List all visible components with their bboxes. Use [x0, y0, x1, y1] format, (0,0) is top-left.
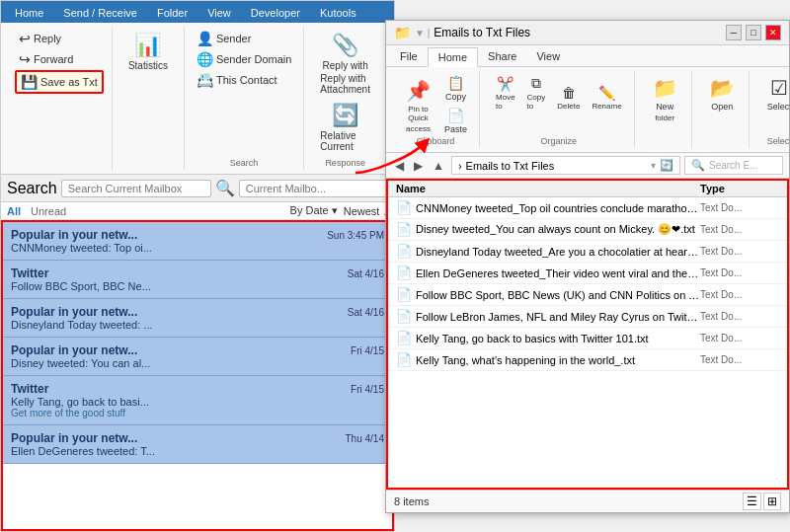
rename-button[interactable]: ✏️ Rename: [588, 83, 625, 113]
tab-folder[interactable]: Folder: [147, 3, 198, 23]
status-bar: 8 items ☰ ⊞: [386, 490, 789, 512]
reply-button[interactable]: ↩ Reply: [15, 29, 104, 48]
refresh-button[interactable]: 🔄: [660, 159, 673, 172]
sender-button[interactable]: 👤 Sender: [193, 29, 295, 48]
file-item[interactable]: 📄 Disneyland Today tweeted_Are you a cho…: [388, 241, 787, 263]
email-preview: Get more of the good stuff: [11, 408, 384, 418]
email-date: Thu 4/14: [346, 433, 384, 444]
rename-icon: ✏️: [598, 85, 615, 101]
file-type: Text Do...: [700, 354, 779, 365]
reply-attachment-icon: 📎: [332, 33, 358, 58]
sender-icon: 👤: [197, 31, 213, 46]
file-item[interactable]: 📄 Disney tweeted_You can always count on…: [388, 219, 787, 241]
copy-button[interactable]: 📋 Copy: [440, 73, 471, 104]
email-item[interactable]: Popular in your netw... Sun 3:45 PM CNNM…: [3, 222, 392, 261]
email-date: Sat 4/16: [348, 268, 384, 279]
email-item[interactable]: Popular in your netw... Thu 4/14 Ellen D…: [3, 425, 392, 464]
exp-tab-share[interactable]: Share: [478, 47, 526, 66]
paste-icon: 📄: [447, 108, 464, 123]
filter-all[interactable]: All: [7, 205, 21, 217]
copy-to-button[interactable]: ⧉ Copy to: [523, 73, 550, 113]
up-button[interactable]: ▲: [430, 158, 447, 174]
file-name: Follow LeBron James, NFL and Miley Ray C…: [416, 311, 700, 323]
relative-icon: 🔄: [332, 103, 358, 128]
view-buttons: ☰ ⊞: [743, 493, 781, 510]
filter-by-date[interactable]: By Date ▾: [290, 204, 338, 217]
tab-developer[interactable]: Developer: [241, 3, 310, 23]
email-subject: Follow BBC Sport, BBC Ne...: [11, 280, 384, 292]
email-item[interactable]: Twitter Sat 4/16 Follow BBC Sport, BBC N…: [3, 261, 392, 299]
email-date: Sat 4/16: [348, 307, 384, 318]
email-item[interactable]: Popular in your netw... Fri 4/15 Disney …: [3, 338, 392, 376]
filter-newest[interactable]: Newest ↓: [344, 205, 388, 217]
file-item[interactable]: 📄 Follow LeBron James, NFL and Miley Ray…: [388, 306, 787, 328]
email-sender: Popular in your netw...: [11, 343, 137, 357]
forward-button[interactable]: ↪ Forward: [15, 49, 104, 69]
explorer-ribbon: File Home Share View 📌 Pin to Quick acce…: [386, 45, 789, 153]
exp-tab-view[interactable]: View: [526, 47, 570, 66]
file-type: Text Do...: [700, 289, 779, 300]
email-item[interactable]: Popular in your netw... Sat 4/16 Disneyl…: [3, 299, 392, 338]
email-sender: Twitter: [11, 266, 48, 280]
paste-button[interactable]: 📄 Paste: [440, 106, 471, 136]
tab-view[interactable]: View: [198, 3, 241, 23]
file-item[interactable]: 📄 CNNMoney tweeted_Top oil countries con…: [388, 197, 787, 219]
organize-buttons: ✂️ Move to ⧉ Copy to 🗑 Delete ✏️ Rename: [492, 73, 626, 113]
email-item[interactable]: Twitter Fri 4/15 Kelly Tang, go back to …: [3, 376, 392, 425]
outlook-panel: Home Send / Receive Folder View Develope…: [0, 0, 395, 532]
search-bar: Search 🔍: [1, 175, 394, 202]
file-icon: 📄: [396, 222, 412, 237]
file-item[interactable]: 📄 Follow BBC Sport, BBC News (UK) and CN…: [388, 284, 787, 306]
file-item[interactable]: 📄 Ellen DeGeneres tweeted_Their video we…: [388, 263, 787, 284]
move-to-button[interactable]: ✂️ Move to: [492, 74, 519, 113]
file-icon: 📄: [396, 266, 412, 280]
tab-home[interactable]: Home: [5, 3, 53, 23]
new-folder-button[interactable]: 📁 New folder: [647, 73, 683, 125]
file-type: Text Do...: [700, 202, 779, 213]
tiles-view-button[interactable]: ⊞: [763, 493, 781, 510]
exp-tab-home[interactable]: Home: [428, 47, 478, 67]
details-view-button[interactable]: ☰: [743, 493, 761, 510]
delete-icon: 🗑: [562, 85, 576, 101]
copy-to-icon: ⧉: [531, 75, 541, 92]
exp-tab-file[interactable]: File: [390, 47, 428, 66]
save-as-txt-button[interactable]: 💾 Save as Txt: [15, 70, 104, 94]
search-icon[interactable]: 🔍: [215, 179, 235, 197]
filter-unread[interactable]: Unread: [31, 205, 66, 217]
file-item[interactable]: 📄 Kelly Tang, what's happening in the wo…: [388, 349, 787, 371]
tab-send-receive[interactable]: Send / Receive: [53, 3, 147, 23]
file-name: Kelly Tang, what's happening in the worl…: [416, 354, 700, 366]
email-sender: Popular in your netw...: [11, 305, 137, 319]
minimize-button[interactable]: ─: [726, 25, 742, 40]
window-controls: ─ □ ✕: [726, 25, 781, 40]
sender-domain-button[interactable]: 🌐 Sender Domain: [193, 49, 295, 69]
file-item[interactable]: 📄 Kelly Tang, go back to basics with Twi…: [388, 328, 787, 349]
search-box-placeholder: Search E...: [709, 160, 757, 171]
email-date: Fri 4/15: [351, 345, 384, 356]
statistics-button[interactable]: 📊 Statistics: [120, 29, 176, 75]
open-button[interactable]: 📂 Open: [704, 73, 741, 114]
new-group: 📁 New folder: [639, 71, 692, 148]
file-icon: 📄: [396, 287, 412, 302]
maximize-button[interactable]: □: [746, 25, 761, 40]
file-type: Text Do...: [700, 333, 779, 343]
explorer-ribbon-content: 📌 Pin to Quick access 📋 Copy 📄 Paste: [386, 67, 789, 152]
file-name: Disneyland Today tweeted_Are you a choco…: [416, 246, 700, 258]
search-input-2[interactable]: [239, 180, 389, 197]
address-path[interactable]: › Emails to Txt Files ▾ 🔄: [451, 156, 680, 175]
select-button[interactable]: ☑ Select: [761, 73, 790, 114]
path-text: Emails to Txt Files: [466, 160, 555, 172]
this-contact-button[interactable]: 📇 This Contact: [193, 70, 295, 90]
file-name: Follow BBC Sport, BBC News (UK) and CNN …: [416, 289, 700, 301]
tab-kutools[interactable]: Kutools: [310, 3, 366, 23]
close-button[interactable]: ✕: [765, 25, 781, 40]
select-group: ☑ Select Select: [753, 71, 790, 148]
search-box[interactable]: 🔍 Search E...: [684, 156, 783, 175]
reply-attachment-button[interactable]: 📎 Reply with Reply with Attachment: [312, 29, 378, 99]
search-input[interactable]: [61, 180, 211, 197]
pin-quick-access-button[interactable]: 📌 Pin to Quick access: [400, 76, 436, 136]
file-name: Ellen DeGeneres tweeted_Their video went…: [416, 267, 700, 279]
delete-button[interactable]: 🗑 Delete: [553, 83, 584, 113]
email-date: Fri 4/15: [351, 384, 384, 395]
email-sender: Popular in your netw...: [11, 228, 137, 242]
